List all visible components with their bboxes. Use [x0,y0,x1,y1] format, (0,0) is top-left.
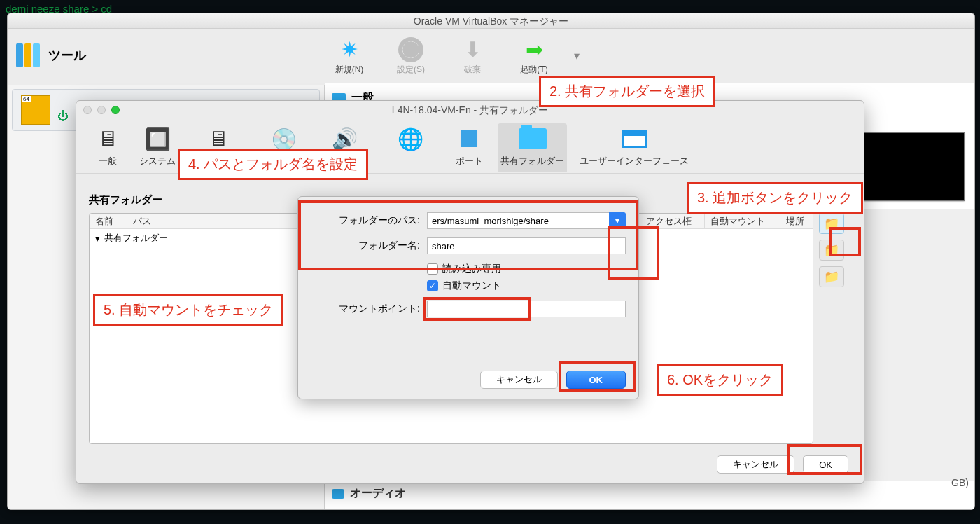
tools-label: ツール [48,47,86,64]
folder-name-input[interactable] [427,237,626,254]
tab-ui-label: ユーザーインターフェース [580,156,689,167]
folder-path-combo[interactable]: ▾ [427,212,626,229]
row-folder-name: フォルダー名: [311,237,626,254]
tab-ports-label: ポート [453,156,485,167]
window-traffic-lights[interactable] [83,106,120,114]
action-discard-label: 破棄 [451,64,494,76]
row-folder-path: フォルダーのパス: ▾ [311,212,626,229]
chevron-down-icon: ▾ [95,233,100,244]
gear-icon [389,36,433,64]
row-automount[interactable]: ✓ 自動マウント [427,280,626,292]
settings-ok-button[interactable]: OK [803,455,848,474]
table-side-buttons: 📁 📁 📁 [819,213,847,287]
add-shared-folder-dialog: フォルダーのパス: ▾ フォルダー名: 読み込み専用 ✓ 自動マウント マウント… [298,196,639,399]
tab-general-label: 一般 [92,156,124,167]
folder-icon [517,125,549,153]
tools-icon [16,43,40,67]
start-dropdown-caret[interactable]: ▾ [574,49,580,62]
tree-root-label: 共有フォルダー [104,232,168,244]
col-at[interactable]: 場所 [780,214,813,228]
ui-icon [618,125,650,153]
vm-screen-preview [861,132,965,201]
traffic-zoom[interactable] [111,106,120,114]
port-icon [453,125,485,153]
storage-gb-tail: GB) [951,477,969,488]
action-new[interactable]: ✷ 新規(N) [328,36,371,76]
traffic-min[interactable] [97,106,106,114]
settings-title: L4N-18.04-VM-En - 共有フォルダー [76,101,864,119]
tab-shared-folders[interactable]: 共有フォルダー [498,123,567,172]
settings-footer: キャンセル OK [717,455,848,474]
monitor-icon: 🖥 [92,125,124,153]
readonly-label: 読み込み専用 [442,263,501,275]
remove-folder-button: 📁 [819,266,844,287]
popup-footer: キャンセル OK [480,371,626,389]
tools-cell[interactable]: ツール [8,43,319,67]
vm-power-icon: ⏻ [57,110,69,122]
edit-folder-button: 📁 [819,240,844,261]
folder-path-input[interactable] [427,212,609,229]
row-readonly[interactable]: 読み込み専用 [427,263,626,275]
tab-shared-label: 共有フォルダー [500,156,564,167]
automount-checkbox[interactable]: ✓ [427,280,438,291]
col-name[interactable]: 名前 [90,214,127,228]
popup-cancel-button[interactable]: キャンセル [480,371,558,389]
mountpoint-input[interactable] [427,301,626,317]
add-folder-button[interactable]: 📁 [819,213,844,234]
vm-os-icon [21,95,50,125]
tab-ui[interactable]: ユーザーインターフェース [577,123,692,172]
tab-general[interactable]: 🖥 一般 [89,123,127,172]
chip-icon: 🔲 [141,125,174,153]
annotation-6: 6. OKをクリック [657,364,783,396]
annotation-3: 3. 追加ボタンをクリック [687,182,863,214]
action-start[interactable]: ➡ 起動(T) [512,36,556,76]
row-mountpoint: マウントポイント: [311,301,626,317]
col-automount[interactable]: 自動マウント [705,214,780,228]
start-icon: ➡ [512,36,556,64]
discard-icon: ⬇ [451,36,494,64]
folder-edit-icon: 📁 [824,242,839,258]
manager-toolbar: ツール ✷ 新規(N) 設定(S) ⬇ 破棄 ➡ 起動(T) ▾ [8,29,974,82]
action-discard: ⬇ 破棄 [451,36,494,76]
details-audio-label: オーディオ [350,486,406,501]
action-settings-label: 設定(S) [389,64,433,76]
main-actions: ✷ 新規(N) 設定(S) ⬇ 破棄 ➡ 起動(T) ▾ [328,36,580,76]
label-folder-path: フォルダーのパス: [311,214,420,227]
folder-remove-icon: 📁 [824,269,839,284]
tab-system[interactable]: 🔲 システム [136,123,178,172]
details-audio-row[interactable]: オーディオ [332,486,406,501]
col-access[interactable]: アクセス権 [640,214,705,228]
action-new-label: 新規(N) [328,64,371,76]
popup-ok-button[interactable]: OK [566,371,626,389]
tab-network[interactable]: 🌐 ネットワーク [380,123,440,172]
label-folder-name: フォルダー名: [311,240,420,252]
traffic-close[interactable] [83,106,92,114]
new-icon: ✷ [328,36,371,64]
chevron-down-icon: ▾ [615,216,620,226]
folder-path-dropdown[interactable]: ▾ [609,212,626,229]
annotation-5: 5. 自動マウントをチェック [93,294,284,326]
label-mountpoint: マウントポイント: [311,303,420,315]
manager-titlebar: Oracle VM VirtualBox マネージャー [8,13,974,29]
settings-cancel-button[interactable]: キャンセル [717,455,794,474]
readonly-checkbox[interactable] [427,263,438,275]
speaker-icon [332,489,344,499]
network-icon: 🌐 [394,125,426,153]
preview-pane [861,209,974,481]
folder-plus-icon: 📁 [824,216,839,231]
annotation-4: 4. パスとフォルダ名を設定 [178,149,368,180]
tab-ports[interactable]: ポート [450,123,488,172]
tab-system-label: システム [139,156,176,167]
annotation-2: 2. 共有フォルダーを選択 [539,76,715,107]
automount-label: 自動マウント [442,280,501,292]
action-start-label: 起動(T) [512,64,556,76]
action-settings: 設定(S) [389,36,433,76]
